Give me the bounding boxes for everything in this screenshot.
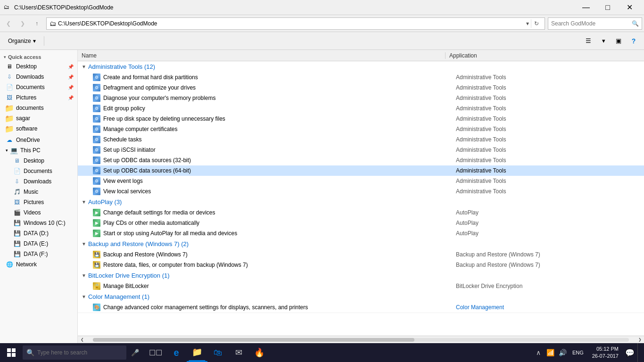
list-item[interactable]: ▶ Play CDs or other media automatically …	[78, 218, 644, 228]
list-item[interactable]: ⚙ Edit group policy Administrative Tools	[78, 103, 644, 114]
sidebar-item-thispc[interactable]: ▾ 💻 This PC	[0, 145, 77, 156]
taskbar-apps: ☐☐ e 📁 🛍 ✉ 🔥	[145, 343, 270, 362]
view-dropdown-button[interactable]: ▾	[597, 34, 610, 48]
sidebar-item-drive-e[interactable]: 💾 DATA (E:)	[0, 239, 77, 249]
svg-rect-2	[7, 353, 11, 357]
search-bar[interactable]: 🔍	[548, 17, 642, 30]
task-view-button[interactable]: ☐☐	[145, 343, 166, 362]
sidebar-item-documents2[interactable]: 📁 documents	[0, 103, 77, 113]
list-item[interactable]: ⚙ Defragment and optimize your drives Ad…	[78, 82, 644, 93]
scroll-left-button[interactable]: ❮	[79, 337, 85, 343]
scroll-thumb[interactable]	[93, 338, 414, 342]
clock-tray[interactable]: 05:12 PM 26-07-2017	[588, 346, 622, 360]
language-tray[interactable]: ENG	[570, 350, 586, 355]
sidebar-item-desktop-qa[interactable]: 🖥 Desktop 📌	[0, 61, 77, 72]
section-header-admin-tools[interactable]: ▼ Administrative Tools (12)	[78, 61, 644, 72]
close-button[interactable]: ✕	[619, 0, 640, 15]
sidebar-item-drive-d[interactable]: 💾 DATA (D:)	[0, 228, 77, 239]
list-item[interactable]: ⚙ Free up disk space by deleting unneces…	[78, 114, 644, 124]
list-item[interactable]: ⚙ Manage computer certificates Administr…	[78, 124, 644, 134]
list-item[interactable]: ⚙ View event logs Administrative Tools	[78, 176, 644, 186]
item-icon: ⚙	[93, 177, 100, 185]
folder-icon: 📁	[6, 104, 13, 112]
sidebar-item-software[interactable]: 📁 software	[0, 123, 77, 134]
section-header-backup[interactable]: ▼ Backup and Restore (Windows 7) (2)	[78, 239, 644, 249]
sidebar-item-onedrive[interactable]: ☁ OneDrive	[0, 135, 77, 145]
organize-button[interactable]: Organize ▾	[4, 34, 40, 48]
address-bar[interactable]: 🗂 C:\Users\DESKTOP\Desktop\GodMode ▾ ↻	[46, 17, 545, 30]
item-name: View event logs	[103, 178, 456, 184]
list-item[interactable]: ⚙ Schedule tasks Administrative Tools	[78, 134, 644, 145]
help-button[interactable]: ?	[627, 34, 640, 48]
list-item-selected[interactable]: ⚙ Set up ODBC data sources (64-bit) Admi…	[78, 165, 644, 176]
sidebar-item-downloads-qa[interactable]: ⇩ Downloads 📌	[0, 72, 77, 82]
list-item[interactable]: ▶ Change default settings for media or d…	[78, 207, 644, 218]
minimize-button[interactable]: —	[575, 0, 597, 15]
firefox-app-button[interactable]: 🔥	[249, 343, 270, 362]
list-item[interactable]: 💾 Backup and Restore (Windows 7) Backup …	[78, 249, 644, 260]
name-column-header[interactable]: Name	[78, 52, 446, 59]
item-icon: 💾	[93, 251, 100, 258]
list-item[interactable]: ⚙ Create and format hard disk partitions…	[78, 72, 644, 82]
sidebar-item-desktop-pc[interactable]: 🖥 Desktop	[0, 156, 77, 166]
sidebar-item-downloads-pc[interactable]: ⇩ Downloads	[0, 176, 77, 187]
section-header-color[interactable]: ▼ Color Management (1)	[78, 291, 644, 302]
item-name: Start or stop using AutoPlay for all med…	[103, 230, 456, 237]
list-item[interactable]: ▶ Start or stop using AutoPlay for all m…	[78, 228, 644, 239]
application-column-header[interactable]: Application	[446, 52, 644, 59]
taskbar-search[interactable]: 🔍	[23, 346, 126, 360]
store-app-button[interactable]: 🛍	[207, 343, 228, 362]
section-header-bitlocker[interactable]: ▼ BitLocker Drive Encryption (1)	[78, 270, 644, 281]
up-button[interactable]: ↑	[30, 17, 43, 30]
list-item[interactable]: ⚙ Set up ODBC data sources (32-bit) Admi…	[78, 155, 644, 165]
speaker-tray-icon[interactable]: 🔊	[558, 348, 568, 357]
sidebar-item-music[interactable]: 🎵 Music	[0, 187, 77, 197]
thispc-chevron-icon: ▾	[6, 148, 8, 153]
change-view-button[interactable]: ☰	[582, 34, 595, 48]
back-button[interactable]: ❮	[2, 17, 15, 30]
notification-tray-icon[interactable]: 💬	[625, 348, 635, 357]
sidebar-item-drive-c[interactable]: 💾 Windows 10 (C:)	[0, 218, 77, 228]
sidebar-item-sagar[interactable]: 📁 sagar	[0, 113, 77, 123]
sidebar-item-label: Downloads	[16, 74, 44, 80]
address-icon: 🗂	[50, 20, 56, 27]
sidebar-item-pictures-qa[interactable]: 🖼 Pictures 📌	[0, 92, 77, 103]
show-desktop-button[interactable]	[637, 343, 640, 362]
horizontal-scrollbar[interactable]: ❮ ❯	[78, 336, 644, 343]
list-item[interactable]: 💾 Restore data, files, or computer from …	[78, 260, 644, 270]
list-item[interactable]: ⚙ View local services Administrative Too…	[78, 186, 644, 197]
sidebar-item-documents-qa[interactable]: 📄 Documents 📌	[0, 82, 77, 92]
section-header-autoplay[interactable]: ▼ AutoPlay (3)	[78, 197, 644, 207]
address-dropdown-button[interactable]: ▾	[524, 19, 531, 28]
start-button[interactable]	[0, 343, 23, 362]
list-item[interactable]: 🎨 Change advanced color management setti…	[78, 302, 644, 313]
sidebar-item-label: software	[16, 125, 37, 132]
sidebar-item-network[interactable]: 🌐 Network	[0, 259, 77, 270]
sidebar-item-videos[interactable]: 🎬 Videos	[0, 207, 77, 218]
list-item[interactable]: ⚙ Set up iSCSI initiator Administrative …	[78, 145, 644, 155]
network-tray-icon[interactable]: 📶	[546, 348, 555, 357]
list-item[interactable]: 🔒 Manage BitLocker BitLocker Drive Encry…	[78, 281, 644, 291]
list-item[interactable]: ⚙ Diagnose your computer's memory proble…	[78, 93, 644, 103]
forward-button[interactable]: ❯	[16, 17, 29, 30]
sidebar-item-drive-f[interactable]: 💾 DATA (F:)	[0, 249, 77, 259]
scroll-right-button[interactable]: ❯	[636, 337, 643, 343]
maximize-button[interactable]: □	[597, 0, 619, 15]
taskbar: 🔍 🎤 ☐☐ e 📁 🛍 ✉ 🔥 ∧ 📶 🔊 ENG 05:12 PM 2	[0, 343, 644, 362]
file-explorer-app-button[interactable]: 📁	[187, 343, 207, 362]
edge-app-button[interactable]: e	[166, 343, 187, 362]
sidebar-item-pictures-pc[interactable]: 🖼 Pictures	[0, 197, 77, 207]
music-icon: 🎵	[13, 188, 21, 196]
tray-expand-button[interactable]: ∧	[534, 348, 543, 357]
mail-app-button[interactable]: ✉	[228, 343, 249, 362]
item-icon: ⚙	[93, 167, 100, 174]
address-refresh-button[interactable]: ↻	[531, 19, 542, 28]
sidebar-item-documents-pc[interactable]: 📄 Documents	[0, 166, 77, 176]
cortana-button[interactable]: 🎤	[126, 343, 143, 362]
quick-access-header[interactable]: ▾ Quick access	[0, 53, 77, 61]
taskbar-search-input[interactable]	[37, 349, 113, 356]
preview-pane-button[interactable]: ▣	[612, 34, 625, 48]
item-app: Administrative Tools	[456, 136, 644, 143]
search-input[interactable]	[551, 20, 632, 27]
videos-icon: 🎬	[13, 209, 21, 216]
